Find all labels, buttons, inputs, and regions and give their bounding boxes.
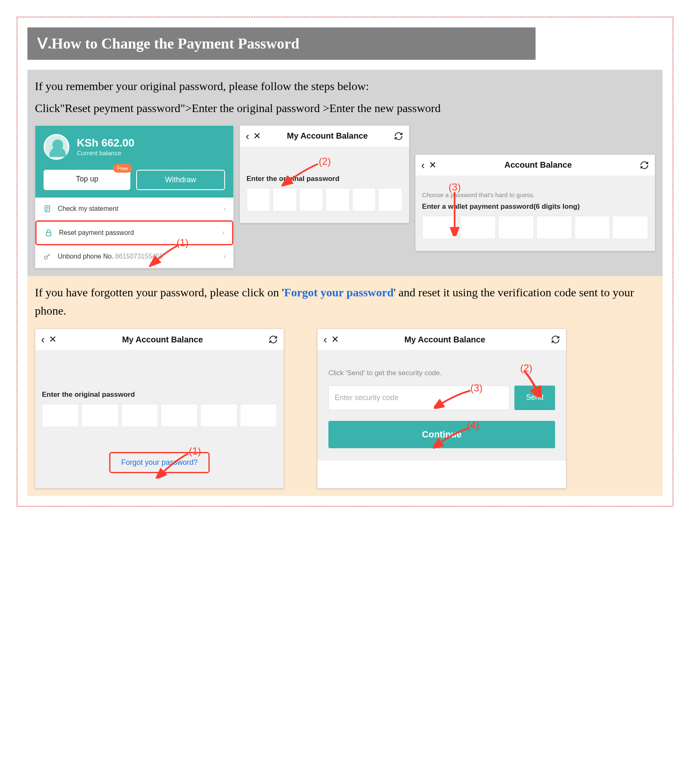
close-icon[interactable]: ✕ [429, 161, 436, 170]
forgot-password-block: If you have forgotten your password, ple… [27, 276, 663, 496]
intro-line-2: Click"Reset peyment password">Enter the … [35, 99, 655, 118]
clipboard-icon [43, 204, 52, 213]
chevron-right-icon: › [223, 252, 226, 261]
withdraw-label: Withdraw [165, 176, 196, 184]
pin-input[interactable] [42, 404, 277, 427]
phone-number: 8615073155455 [115, 253, 163, 260]
close-icon[interactable]: ✕ [49, 335, 56, 344]
chevron-right-icon: › [222, 228, 225, 237]
screenshot-wallet: KSh 662.00 Current balance Free Top up W… [35, 125, 234, 269]
forgot-password-phrase: Forgot your password [284, 286, 394, 299]
screenshot-enter-original: ‹ ✕ My Account Balance Enter the origina… [240, 125, 409, 223]
refresh-icon[interactable] [640, 161, 649, 170]
continue-button[interactable]: Continue [328, 421, 555, 448]
back-icon[interactable]: ‹ [421, 160, 425, 171]
screen-title: My Account Balance [343, 335, 547, 344]
forgot-password-link[interactable]: Forgot your password? [109, 452, 210, 473]
security-hint: Click 'Send' to get the security code. [328, 369, 555, 377]
refresh-icon[interactable] [551, 335, 560, 344]
back-icon[interactable]: ‹ [323, 334, 327, 345]
key-icon [43, 252, 52, 261]
close-icon[interactable]: ✕ [331, 335, 339, 344]
balance-amount: KSh 662.00 [77, 137, 135, 149]
screen-title: My Account Balance [61, 335, 264, 344]
svg-rect-1 [46, 232, 51, 236]
check-statement-item[interactable]: Check my statement › [35, 198, 233, 220]
remember-password-block: If you remember your original password, … [27, 70, 663, 276]
wallet-header: KSh 662.00 Current balance Free Top up W… [35, 126, 233, 198]
screen-title: My Account Balance [265, 131, 389, 141]
intro-line-1: If you remember your original password, … [35, 77, 655, 96]
screen-title: Account Balance [440, 160, 636, 170]
chevron-right-icon: › [223, 204, 226, 213]
send-button[interactable]: Send [514, 386, 555, 410]
balance-subtitle: Current balance [77, 149, 135, 156]
close-icon[interactable]: ✕ [253, 132, 261, 141]
reset-label: Reset payment password [59, 229, 134, 237]
unbond-phone-item[interactable]: Unbond phone No. 8615073155455 › [35, 245, 233, 268]
unbond-label: Unbond phone No. [58, 253, 113, 260]
original-password-label: Enter the original password [247, 175, 402, 183]
free-badge: Free [113, 164, 132, 173]
topup-label: Top up [76, 175, 98, 183]
security-code-input[interactable]: Enter security code [328, 386, 509, 410]
section-title: Ⅴ.How to Change the Payment Password [27, 27, 536, 60]
screenshot-set-new: ‹ ✕ Account Balance Choose a password th… [415, 154, 655, 251]
lock-icon [44, 228, 53, 237]
withdraw-button[interactable]: Withdraw [136, 170, 225, 190]
statement-label: Check my statement [58, 205, 118, 212]
screenshot-security-code: ‹ ✕ My Account Balance Click 'Send' to g… [317, 329, 566, 488]
refresh-icon[interactable] [269, 335, 278, 344]
screenshot-forgot-link: ‹ ✕ My Account Balance Enter the origina… [35, 329, 284, 488]
back-icon[interactable]: ‹ [246, 131, 250, 142]
avatar [44, 134, 69, 160]
forgot-intro: If you have forgotten your password, ple… [35, 283, 655, 321]
refresh-icon[interactable] [394, 132, 403, 141]
back-icon[interactable]: ‹ [41, 334, 45, 345]
new-password-label: Enter a wallet payment password(6 digits… [422, 203, 648, 211]
original-password-label: Enter the original password [42, 391, 277, 399]
password-hint: Choose a password that's hard to guess. [422, 191, 648, 198]
reset-password-item[interactable]: Reset payment password › [35, 220, 233, 245]
svg-point-2 [44, 256, 47, 259]
document-frame: Ⅴ.How to Change the Payment Password If … [17, 17, 673, 507]
pin-input[interactable] [247, 188, 402, 211]
topup-button[interactable]: Free Top up [44, 170, 130, 190]
pin-input[interactable] [422, 216, 648, 239]
